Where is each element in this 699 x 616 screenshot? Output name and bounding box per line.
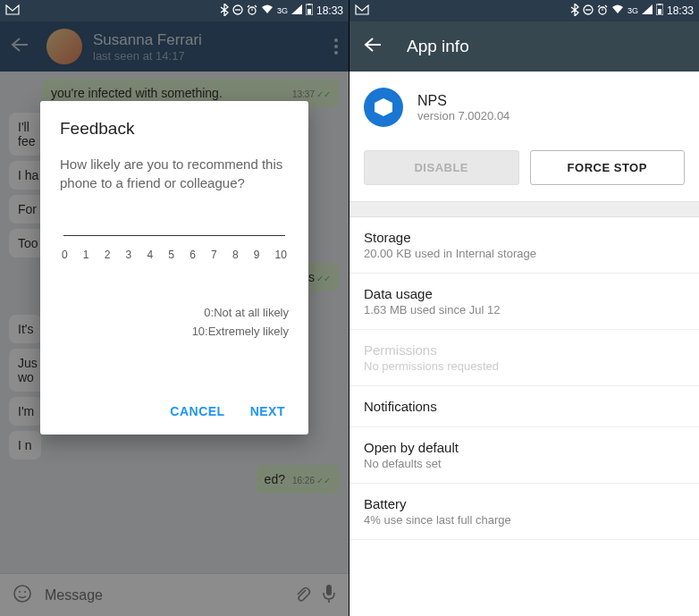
svg-line-4 (248, 5, 249, 7)
app-header-row: NPS version 7.0020.04 (350, 72, 699, 143)
network-label: 3G (627, 6, 638, 15)
svg-line-5 (255, 5, 257, 7)
bluetooth-icon (570, 4, 579, 19)
setting-data-usage[interactable]: Data usage 1.63 MB used since Jul 12 (350, 274, 699, 330)
bluetooth-icon (220, 4, 229, 19)
svg-rect-20 (658, 9, 661, 14)
alarm-icon (247, 4, 257, 18)
svg-line-17 (598, 5, 600, 7)
feedback-dialog: Feedback How likely are you to recommend… (40, 101, 308, 435)
setting-notifications[interactable]: Notifications (350, 386, 699, 427)
setting-permissions: Permissions No permissions requested (350, 330, 699, 386)
force-stop-button[interactable]: FORCE STOP (530, 150, 686, 185)
wifi-icon (261, 4, 274, 17)
app-name: NPS (417, 93, 510, 109)
signal-icon (291, 4, 302, 17)
svg-rect-8 (307, 4, 310, 5)
chat-screen: 3G 18:33 Susanna Ferrari last seen at 14… (0, 0, 350, 616)
svg-rect-21 (658, 4, 661, 5)
mail-icon (355, 4, 369, 18)
nps-scale: 012345678910 (60, 249, 289, 261)
setting-battery[interactable]: Battery 4% use since last full charge (350, 484, 699, 540)
wifi-icon (611, 4, 624, 17)
dnd-icon (583, 4, 594, 18)
page-title: App info (407, 37, 469, 56)
dnd-icon (232, 4, 243, 18)
back-icon[interactable] (364, 37, 382, 56)
dialog-question: How likely are you to recommend this pho… (60, 155, 289, 192)
svg-rect-7 (307, 9, 311, 14)
app-version: version 7.0020.04 (417, 109, 510, 122)
status-bar: 3G 18:33 (350, 0, 699, 21)
battery-icon (306, 4, 313, 18)
disable-button: DISABLE (364, 150, 519, 185)
cancel-button[interactable]: CANCEL (170, 404, 224, 418)
network-label: 3G (277, 6, 288, 15)
svg-line-18 (605, 5, 607, 7)
appinfo-header: App info (350, 21, 699, 72)
scale-legend: 0:Not at all likely 10:Extremely likely (60, 304, 289, 342)
mail-icon (5, 4, 20, 18)
signal-icon (642, 4, 653, 17)
next-button[interactable]: NEXT (250, 404, 285, 418)
app-icon (364, 88, 403, 127)
nps-slider[interactable] (63, 235, 285, 236)
dialog-title: Feedback (60, 119, 289, 139)
divider (350, 201, 699, 217)
clock-time: 18:33 (316, 4, 343, 17)
clock-time: 18:33 (667, 4, 694, 17)
setting-storage[interactable]: Storage 20.00 KB used in Internal storag… (350, 217, 699, 274)
setting-open-by-default[interactable]: Open by default No defaults set (350, 427, 699, 484)
status-bar: 3G 18:33 (0, 0, 349, 21)
alarm-icon (597, 4, 608, 18)
battery-icon (656, 4, 663, 18)
appinfo-screen: 3G 18:33 App info NPS version 7.0020.04 (350, 0, 699, 616)
